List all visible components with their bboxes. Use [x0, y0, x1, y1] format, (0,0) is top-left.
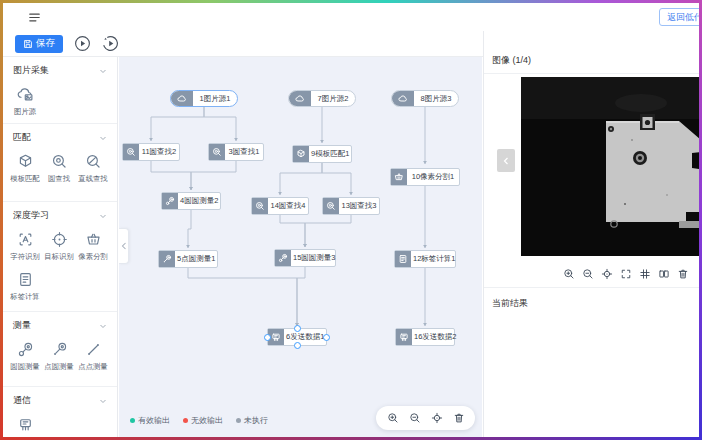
flow-canvas[interactable]: 有效输出无效输出未执行 1图片源17图片源28图片源311圆查找23圆查找19模…: [119, 57, 482, 437]
send-icon: [396, 329, 412, 345]
save-button[interactable]: 保存: [15, 35, 63, 53]
chevron-down-icon: [99, 397, 107, 405]
grid-icon[interactable]: [636, 265, 653, 282]
flow-edges: [119, 57, 482, 437]
flow-node-label: 8图片源3: [414, 91, 458, 106]
flow-node-label: 7图片源2: [311, 91, 355, 106]
sidebar-section-header[interactable]: 通信: [3, 387, 117, 411]
sidebar-section-header[interactable]: 测量: [3, 312, 117, 336]
sidebar-section-title: 测量: [13, 319, 31, 332]
sidebar-item-measure-pc[interactable]: 点圆测量: [42, 341, 76, 372]
node-handle[interactable]: [294, 342, 301, 349]
previous-image-button[interactable]: [497, 149, 515, 172]
flow-node[interactable]: 10像素分割1: [390, 168, 460, 186]
run-button[interactable]: [74, 35, 91, 52]
cloud-image-icon: [17, 86, 34, 103]
chevron-down-icon: [99, 67, 107, 75]
locate-icon[interactable]: [428, 410, 445, 427]
sidebar-item-cube[interactable]: 模板匹配: [8, 153, 42, 184]
node-handle[interactable]: [323, 334, 330, 341]
flow-node[interactable]: 3圆查找1: [208, 143, 264, 161]
preview-viewport: [484, 74, 699, 260]
sidebar-section: 图片采集图片源: [3, 57, 117, 124]
header: 返回低代码: [3, 3, 699, 32]
chevron-down-icon: [99, 322, 107, 330]
sidebar-item-line-find[interactable]: 直线查找: [76, 153, 110, 184]
menu-icon[interactable]: [27, 10, 42, 25]
sidebar-section: 深度学习字符识别目标识别像素分割标签计算: [3, 202, 117, 312]
flow-node[interactable]: 12标签计算1: [394, 250, 456, 268]
trash-icon[interactable]: [674, 265, 691, 282]
sidebar-item-label: 直线查找: [78, 173, 107, 183]
flow-node-label: 11圆查找2: [139, 144, 179, 160]
zoom-out-icon[interactable]: [579, 265, 596, 282]
line-find-icon: [85, 153, 102, 170]
sidebar-section-title: 匹配: [13, 131, 31, 144]
trash-icon[interactable]: [450, 410, 467, 427]
measure-pp-icon: [85, 341, 102, 358]
flow-node[interactable]: 9模板匹配1: [292, 145, 352, 163]
sidebar: 图片采集图片源匹配模板匹配圆查找直线查找深度学习字符识别目标识别像素分割标签计算…: [3, 57, 118, 437]
legend-item: 未执行: [236, 415, 268, 426]
back-to-lowcode-button[interactable]: 返回低代码: [659, 8, 699, 26]
sidebar-item-segment[interactable]: 像素分割: [76, 231, 110, 262]
sidebar-item-ocr[interactable]: 字符识别: [8, 231, 42, 262]
right-panel: 图像 (1/4): [483, 31, 699, 437]
flow-node-label: 9模板匹配1: [309, 146, 351, 162]
flow-node-label: 4圆圆测量2: [178, 193, 220, 209]
flow-node-label: 6发送数据1: [284, 329, 326, 345]
flow-node[interactable]: 1图片源1: [170, 90, 238, 107]
circle-find-icon: [209, 144, 225, 160]
flow-node[interactable]: 16发送数据2: [395, 328, 455, 346]
flow-node[interactable]: 8图片源3: [391, 90, 459, 107]
node-handle[interactable]: [294, 325, 301, 332]
compare-icon[interactable]: [655, 265, 672, 282]
sidebar-item-plc[interactable]: [8, 416, 42, 433]
flow-node[interactable]: 14圆查找4: [251, 197, 309, 215]
flow-node-label: 13圆查找3: [339, 198, 379, 214]
zoom-out-icon[interactable]: [406, 410, 423, 427]
flow-node[interactable]: 5点圆测量1: [158, 250, 218, 268]
sidebar-section-header[interactable]: 匹配: [3, 124, 117, 148]
chevron-down-icon: [99, 212, 107, 220]
sidebar-section-title: 通信: [13, 394, 31, 407]
circle-find-icon: [252, 198, 268, 214]
sidebar-item-measure-cc[interactable]: 圆圆测量: [8, 341, 42, 372]
flow-node[interactable]: 6发送数据1: [267, 328, 327, 346]
flow-node-label: 1图片源1: [193, 91, 237, 106]
sidebar-section-header[interactable]: 深度学习: [3, 202, 117, 226]
sidebar-item-circle-find[interactable]: 圆查找: [42, 153, 76, 184]
segment-icon: [85, 231, 102, 248]
sidebar-item-measure-pp[interactable]: 点点测量: [76, 341, 110, 372]
preview-image[interactable]: [521, 77, 699, 256]
legend-item: 有效输出: [130, 415, 170, 426]
measure-cc-icon: [162, 193, 178, 209]
collapse-sidebar-handle[interactable]: [119, 228, 129, 264]
sidebar-section-header[interactable]: 图片采集: [3, 57, 117, 81]
label-calc-icon: [17, 271, 34, 288]
locate-icon[interactable]: [598, 265, 615, 282]
target-icon: [51, 231, 68, 248]
sidebar-item-label: 标签计算: [10, 291, 39, 301]
zoom-in-icon[interactable]: [384, 410, 401, 427]
sidebar-item-label-calc[interactable]: 标签计算: [8, 271, 42, 302]
sidebar-item-label: 圆查找: [48, 173, 70, 183]
flow-node[interactable]: 4圆圆测量2: [161, 192, 221, 210]
sidebar-item-target[interactable]: 目标识别: [42, 231, 76, 262]
sidebar-section-title: 深度学习: [13, 209, 49, 222]
circle-find-icon: [123, 144, 139, 160]
zoom-in-icon[interactable]: [560, 265, 577, 282]
sidebar-item-cloud-image[interactable]: 图片源: [8, 86, 42, 117]
sidebar-item-label: 字符识别: [10, 251, 39, 261]
sidebar-section: 通信: [3, 387, 117, 437]
flow-node[interactable]: 13圆查找3: [322, 197, 380, 215]
run-once-button[interactable]: [102, 35, 119, 52]
flow-node[interactable]: 11圆查找2: [122, 143, 180, 161]
ocr-icon: [17, 231, 34, 248]
fullscreen-icon[interactable]: [617, 265, 634, 282]
circle-find-icon: [51, 153, 68, 170]
node-handle[interactable]: [264, 334, 271, 341]
flow-node-label: 15圆圆测量3: [291, 250, 338, 266]
flow-node[interactable]: 7图片源2: [288, 90, 356, 107]
flow-node[interactable]: 15圆圆测量3: [274, 249, 336, 267]
